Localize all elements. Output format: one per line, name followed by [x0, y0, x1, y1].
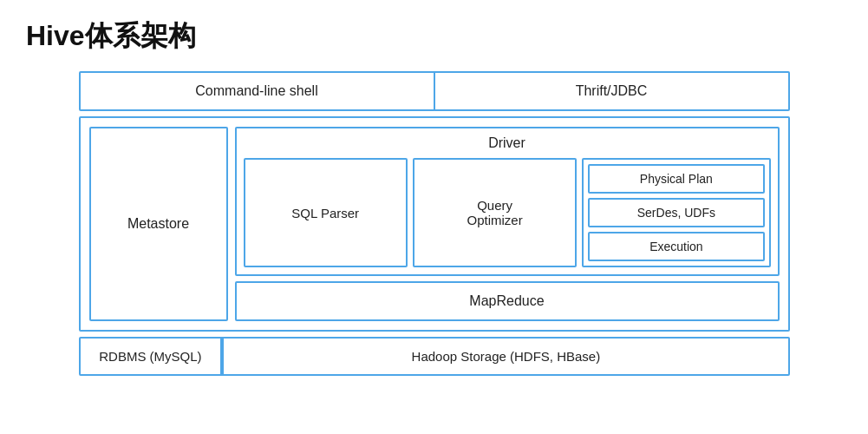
- sql-parser-box: SQL Parser: [244, 158, 408, 267]
- right-driver-container: Driver SQL Parser QueryOptimizer Physica…: [235, 127, 780, 321]
- driver-inner: SQL Parser QueryOptimizer Physical Plan …: [244, 158, 771, 267]
- row3-container: RDBMS (MySQL) Hadoop Storage (HDFS, HBas…: [79, 337, 790, 376]
- page: Hive体系架构 Command-line shell Thrift/JDBC …: [0, 0, 868, 434]
- middle-outer: Metastore Driver SQL Parser QueryOptimiz…: [79, 116, 790, 332]
- mapreduce-box: MapReduce: [235, 281, 780, 321]
- command-line-shell-label: Command-line shell: [81, 73, 435, 109]
- driver-block: Driver SQL Parser QueryOptimizer Physica…: [235, 127, 780, 276]
- query-optimizer-box: QueryOptimizer: [413, 158, 577, 267]
- execution-box: Execution: [588, 232, 764, 261]
- serdes-udfs-box: SerDes, UDFs: [588, 198, 764, 227]
- thrift-jdbc-label: Thrift/JDBC: [435, 73, 788, 109]
- row1-container: Command-line shell Thrift/JDBC: [79, 71, 790, 111]
- metastore-box: Metastore: [89, 127, 228, 321]
- physical-plan-box: Physical Plan: [588, 164, 764, 194]
- architecture-diagram: Command-line shell Thrift/JDBC Metastore…: [79, 71, 790, 376]
- rdbms-label: RDBMS (MySQL): [81, 339, 223, 374]
- page-title: Hive体系架构: [26, 17, 842, 56]
- hadoop-storage-label: Hadoop Storage (HDFS, HBase): [222, 339, 787, 374]
- driver-label: Driver: [244, 135, 771, 151]
- right-stack: Physical Plan SerDes, UDFs Execution: [582, 158, 770, 267]
